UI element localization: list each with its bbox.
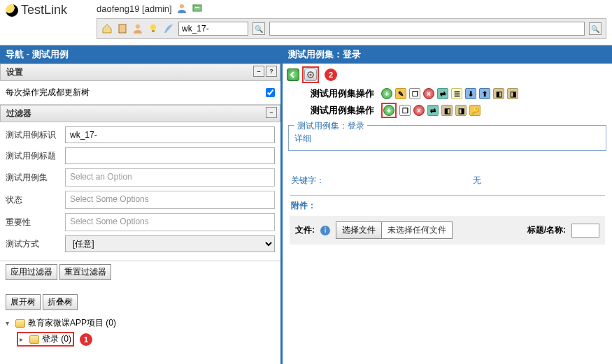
move-tc-icon[interactable]: ⇄ [427, 105, 439, 116]
home-icon[interactable] [101, 23, 113, 34]
tree-area: ▾ 教育家微课APP项目 (0) ▸ 登录 (0) 1 [0, 313, 280, 364]
delete-suite-icon[interactable]: × [423, 88, 434, 99]
tree-toggle-icon[interactable]: ▾ [6, 319, 13, 327]
feather-icon[interactable] [163, 23, 174, 34]
tree-child-label: 登录 (0) [42, 333, 71, 345]
back-icon[interactable] [287, 68, 299, 81]
refresh-checkbox[interactable] [266, 88, 275, 97]
right-header: 测试用例集：登录 [283, 45, 612, 64]
user-info: daofeng19 [admin] [97, 3, 203, 14]
exectype-select[interactable]: [任意] [65, 235, 275, 252]
tc-action1-icon[interactable]: ◧ [441, 105, 453, 116]
suite-select[interactable]: Select an Option [65, 168, 275, 187]
title-label: 标题/名称: [527, 224, 566, 236]
quick-search-input[interactable] [178, 22, 248, 36]
right-toolbar: 2 [283, 64, 612, 86]
keyword-value: 无 [473, 175, 481, 187]
tree-toggle-child-icon[interactable]: ▸ [20, 335, 27, 343]
title-input[interactable] [571, 224, 599, 238]
action2-icon[interactable]: ◨ [507, 88, 518, 99]
app-name: TestLink [21, 3, 67, 17]
tree-root-node[interactable]: ▾ 教育家微课APP项目 (0) [6, 316, 275, 330]
help-icon[interactable]: ? [266, 66, 277, 77]
filter-header: 过滤器 – [0, 105, 280, 122]
tree-root-label: 教育家微课APP项目 (0) [28, 317, 116, 329]
tctitle-input[interactable] [65, 147, 275, 164]
svg-rect-1 [193, 5, 201, 11]
importance-select[interactable]: Select Some Options [65, 213, 275, 231]
keyword-label: 关键字： [291, 175, 473, 187]
suite-label: 测试用例集 [6, 172, 65, 184]
file-row: 文件: i 选择文件 未选择任何文件 标题/名称: [290, 216, 605, 245]
suite-ops-label: 测试用例集操作 [311, 87, 374, 100]
refresh-label: 每次操作完成都更新树 [6, 87, 90, 99]
delete-tc-icon[interactable]: × [413, 105, 425, 116]
divider [290, 195, 605, 196]
key-icon[interactable]: 🔑 [469, 105, 481, 116]
user-icon[interactable] [176, 3, 187, 14]
detail-link[interactable]: 详细 [294, 133, 311, 143]
svg-rect-2 [195, 7, 199, 8]
settings-header: 设置 – ? [0, 64, 280, 81]
tree-buttons: 展开树 折叠树 [0, 291, 280, 313]
spec-icon[interactable] [117, 23, 128, 34]
svg-point-0 [180, 4, 184, 8]
top-header: TestLink daofeng19 [admin] 🔍 🔍 [0, 0, 612, 45]
import-suite-icon[interactable]: ⬆ [479, 88, 490, 99]
info-icon[interactable]: i [320, 226, 330, 235]
svg-rect-3 [119, 24, 126, 33]
reset-filter-button[interactable]: 重置过滤器 [59, 264, 111, 280]
svg-point-8 [310, 74, 312, 76]
gear-icon[interactable] [304, 68, 317, 81]
choose-file-button[interactable]: 选择文件 [336, 222, 382, 238]
edit-suite-icon[interactable]: ✎ [395, 88, 406, 99]
filter-title: 过滤器 [6, 108, 31, 118]
apply-filter-button[interactable]: 应用过滤器 [6, 264, 57, 280]
add-suite-icon[interactable]: + [381, 88, 392, 99]
folder-icon [29, 335, 39, 344]
collapse-tree-button[interactable]: 折叠树 [43, 294, 78, 310]
svg-point-4 [136, 24, 140, 29]
expand-tree-button[interactable]: 展开树 [6, 294, 41, 310]
export-suite-icon[interactable]: ⬇ [465, 88, 476, 99]
global-search-input[interactable] [269, 22, 585, 36]
tctitle-label: 测试用例标题 [6, 150, 65, 162]
keyword-row: 关键字： 无 [283, 170, 612, 191]
bulb-icon[interactable] [148, 23, 159, 34]
copy-tc-icon[interactable]: ❐ [399, 105, 411, 116]
tc-ops-label: 测试用例集操作 [311, 104, 374, 117]
annotation-1: 1 [80, 333, 92, 346]
file-input[interactable]: 选择文件 未选择任何文件 [336, 221, 453, 239]
no-file-text: 未选择任何文件 [382, 222, 452, 238]
collapse-icon[interactable]: – [253, 66, 264, 77]
nav-header: 导航 - 测试用例 [0, 45, 280, 64]
filter-body: 测试用例标识 测试用例标题 测试用例集 Select an Option 状态 … [0, 122, 280, 261]
exectype-label: 测试方式 [6, 238, 65, 250]
project-icon[interactable] [192, 3, 203, 14]
logo: TestLink [6, 3, 67, 17]
filter-buttons: 应用过滤器 重置过滤器 [0, 261, 280, 283]
filter-collapse-icon[interactable]: – [266, 107, 277, 118]
settings-title: 设置 [6, 67, 23, 77]
svg-rect-6 [152, 30, 155, 32]
status-select[interactable]: Select Some Options [65, 191, 275, 209]
add-testcase-icon[interactable]: + [383, 105, 394, 116]
search-button-1[interactable]: 🔍 [252, 22, 265, 35]
tcid-input[interactable] [65, 126, 275, 143]
user-display: daofeng19 [admin] [97, 3, 172, 14]
file-label: 文件: [295, 224, 315, 236]
left-panel: 导航 - 测试用例 设置 – ? 每次操作完成都更新树 过滤器 – 测试用例标识 [0, 45, 283, 364]
folder-icon [15, 319, 25, 328]
tc-action2-icon[interactable]: ◨ [455, 105, 467, 116]
action1-icon[interactable]: ◧ [493, 88, 504, 99]
right-panel: 测试用例集：登录 2 测试用例集操作 + ✎ ❐ × ⇄ ☰ ⬇ ⬆ ◧ [283, 45, 612, 364]
search-button-2[interactable]: 🔍 [589, 22, 602, 35]
tree-child-node[interactable]: ▸ 登录 (0) 1 [17, 330, 275, 348]
attach-label: 附件： [283, 200, 612, 212]
move-suite-icon[interactable]: ⇄ [437, 88, 448, 99]
testcase-ops-row: 测试用例集操作 + ❐ × ⇄ ◧ ◨ 🔑 3 [283, 101, 612, 119]
sort-suite-icon[interactable]: ☰ [451, 88, 462, 99]
tcid-label: 测试用例标识 [6, 129, 65, 141]
copy-suite-icon[interactable]: ❐ [409, 88, 420, 99]
user-mgmt-icon[interactable] [132, 23, 143, 34]
